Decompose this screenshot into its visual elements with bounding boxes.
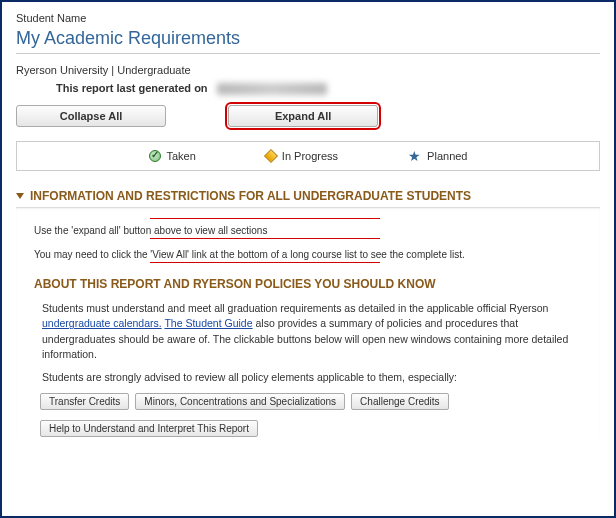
minors-button[interactable]: Minors, Concentrations and Specializatio… <box>135 393 345 410</box>
annotation-underline <box>150 238 380 239</box>
report-generated-label: This report last generated on <box>56 82 208 94</box>
link-undergrad-calendars[interactable]: undergraduate calendars. <box>42 317 162 329</box>
challenge-credits-button[interactable]: Challenge Credits <box>351 393 449 410</box>
policy-buttons-row: Transfer Credits Minors, Concentrations … <box>40 393 594 410</box>
expand-collapse-row: Collapse All Expand All <box>16 105 600 127</box>
annotation-underline <box>150 262 380 263</box>
note-expand-all: Use the 'expand all' button above to vie… <box>34 225 594 236</box>
annotation-underline <box>150 218 380 219</box>
checkmark-circle-icon <box>149 150 161 162</box>
section-header[interactable]: INFORMATION AND RESTRICTIONS FOR ALL UND… <box>16 189 600 203</box>
star-icon: ★ <box>408 150 421 162</box>
section-title: INFORMATION AND RESTRICTIONS FOR ALL UND… <box>30 189 471 203</box>
about-paragraph-1: Students must understand and meet all gr… <box>42 301 586 362</box>
institution-line: Ryerson University | Undergraduate <box>16 64 600 76</box>
section-body: Use the 'expand all' button above to vie… <box>16 207 600 437</box>
student-name-label: Student Name <box>16 12 600 24</box>
link-student-guide[interactable]: The Student Guide <box>164 317 252 329</box>
about-text-pre: Students must understand and meet all gr… <box>42 302 548 314</box>
expand-all-button[interactable]: Expand All <box>228 105 378 127</box>
help-interpret-button[interactable]: Help to Understand and Interpret This Re… <box>40 420 258 437</box>
page-title: My Academic Requirements <box>16 28 600 49</box>
diamond-icon <box>264 149 278 163</box>
legend: Taken In Progress ★ Planned <box>16 141 600 171</box>
collapse-all-button[interactable]: Collapse All <box>16 105 166 127</box>
report-generated-row: This report last generated on <box>56 82 600 95</box>
legend-planned-label: Planned <box>427 150 467 162</box>
about-paragraph-2: Students are strongly advised to review … <box>42 370 586 385</box>
transfer-credits-button[interactable]: Transfer Credits <box>40 393 129 410</box>
help-button-row: Help to Understand and Interpret This Re… <box>40 420 594 437</box>
legend-in-progress-label: In Progress <box>282 150 338 162</box>
chevron-down-icon[interactable] <box>16 193 24 199</box>
legend-taken: Taken <box>149 150 196 162</box>
legend-taken-label: Taken <box>167 150 196 162</box>
note-view-all: You may need to click the 'View All' lin… <box>34 249 594 260</box>
legend-planned: ★ Planned <box>408 150 467 162</box>
report-generated-timestamp <box>217 83 327 95</box>
about-heading: ABOUT THIS REPORT AND RYERSON POLICIES Y… <box>34 277 594 291</box>
legend-in-progress: In Progress <box>266 150 338 162</box>
title-divider <box>16 53 600 54</box>
app-frame: Student Name My Academic Requirements Ry… <box>0 0 616 518</box>
